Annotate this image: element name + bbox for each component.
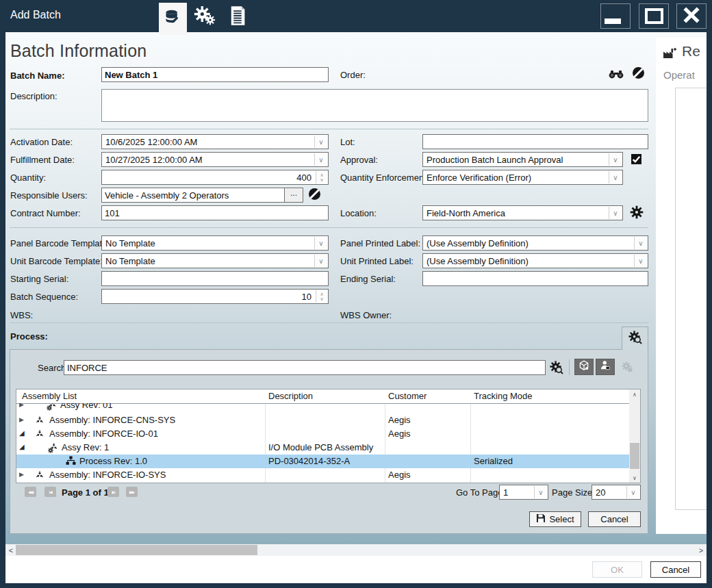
expander-collapsed-icon[interactable]: ▶ [19, 416, 24, 423]
scroll-left-icon[interactable]: < [5, 544, 16, 556]
document-tool-button[interactable] [225, 6, 250, 28]
chevron-down-icon[interactable]: ∨ [609, 153, 622, 166]
chevron-down-icon[interactable]: ∨ [634, 255, 647, 267]
person-icon [599, 359, 611, 374]
maximize-button[interactable] [639, 3, 669, 29]
fulfillment-date-value: 10/27/2025 12:00:00 AM [105, 155, 203, 165]
table-scrollbar[interactable]: ∧ ∨ [629, 389, 640, 483]
scrollbar-thumb[interactable] [16, 545, 257, 555]
unit-printed-label-combo[interactable]: (Use Assembly Definition) ∨ [422, 253, 648, 268]
contract-number-input[interactable] [101, 205, 329, 220]
column-tracking-mode[interactable]: Tracking Mode [474, 391, 533, 401]
document-list-icon [229, 5, 246, 29]
search-input[interactable] [64, 360, 546, 375]
lot-input[interactable] [422, 134, 648, 149]
expander-expanded-icon[interactable]: ◢ [19, 429, 25, 437]
minimize-button[interactable] [600, 3, 631, 29]
expander-expanded-icon[interactable]: ◢ [19, 443, 25, 450]
clear-responsible-users-icon[interactable] [309, 188, 320, 203]
page-size-combo[interactable]: 20 ∨ [592, 485, 641, 500]
column-description[interactable]: Description [268, 391, 313, 401]
quantity-enforcement-label: Quantity Enforcement: [340, 172, 429, 183]
expander-collapsed-icon[interactable]: ▶ [19, 403, 24, 408]
chevron-down-icon[interactable]: ∨ [314, 255, 327, 267]
go-to-page-label: Go To Page [456, 487, 503, 498]
table-row-selected[interactable]: Process Rev: 1.0 PD-03042014-352-A Seria… [16, 455, 629, 468]
location-settings-gear-icon[interactable] [630, 205, 644, 222]
clear-order-icon[interactable] [633, 67, 644, 81]
quantity-enforcement-combo[interactable]: Enforce Verification (Error) ∨ [422, 170, 623, 185]
responsible-users-field[interactable]: Vehicle - Assembly 2 Operators [101, 188, 285, 203]
approval-value: Production Batch Launch Approval [427, 155, 563, 165]
panel-printed-label-combo[interactable]: (Use Assembly Definition) ∨ [422, 235, 648, 251]
gear-search-icon[interactable] [549, 360, 563, 377]
table-row[interactable]: ▶ Assembly: INFORCE-CNS-SYS Aegis [16, 413, 629, 427]
chevron-down-icon[interactable]: ∨ [534, 486, 547, 498]
quantity-stepper[interactable]: 400 ∧∨ [101, 170, 329, 185]
responsible-users-browse-button[interactable]: ... [284, 188, 303, 203]
activation-date-combo[interactable]: 10/6/2025 12:00:00 AM ∨ [101, 134, 329, 149]
location-combo[interactable]: Field-North America ∨ [422, 205, 623, 220]
settings-tool-button[interactable] [192, 6, 217, 28]
spinner-arrows-icon[interactable]: ∧∨ [316, 290, 327, 303]
ending-serial-input[interactable] [422, 271, 648, 286]
batch-name-input[interactable] [101, 67, 329, 82]
ok-button[interactable]: OK [592, 561, 642, 578]
scroll-right-icon[interactable]: > [696, 544, 707, 556]
page-size-label: Page Size [552, 487, 592, 498]
batch-data-tool-button[interactable] [159, 3, 187, 35]
starting-serial-label: Starting Serial: [10, 274, 68, 284]
scroll-up-icon[interactable]: ∧ [629, 389, 640, 399]
scroll-down-icon[interactable]: ∨ [629, 473, 640, 483]
table-row[interactable]: ◢ Assembly: INFORCE-IO-01 Aegis [16, 427, 629, 441]
titlebar: Add Batch [0, 0, 712, 32]
minimize-icon [605, 18, 621, 24]
chevron-down-icon[interactable]: ∨ [314, 136, 327, 148]
process-cancel-button[interactable]: Cancel [588, 511, 641, 527]
first-page-button[interactable]: ◀◀ [25, 487, 36, 497]
last-page-button[interactable]: ▶▶ [126, 487, 138, 497]
location-label: Location: [340, 208, 377, 218]
filter-assemblies-button[interactable] [574, 359, 594, 375]
chevron-down-icon[interactable]: ∨ [609, 171, 622, 183]
filter-operators-button[interactable] [596, 359, 615, 375]
select-button[interactable]: Select [529, 511, 581, 527]
table-row[interactable]: ▶ Assembly: INFORCE-IO-SYS Aegis [16, 468, 629, 482]
starting-serial-input[interactable] [101, 271, 329, 286]
table-row[interactable]: ▶ Assy Rev: 01 [16, 403, 629, 413]
panel-barcode-template-combo[interactable]: No Template ∨ [101, 235, 329, 251]
spinner-arrows-icon[interactable]: ∧∨ [316, 171, 327, 183]
page-title: Batch Information [10, 41, 147, 61]
quantity-label: Quantity: [10, 172, 46, 183]
next-page-button[interactable]: ▶| [107, 487, 119, 497]
close-button[interactable] [676, 3, 707, 29]
batch-sequence-value: 10 [302, 292, 312, 302]
chevron-down-icon[interactable]: ∨ [314, 237, 327, 249]
approval-check-icon[interactable] [631, 153, 642, 168]
chevron-down-icon[interactable]: ∨ [609, 207, 622, 219]
fulfillment-date-combo[interactable]: 10/27/2025 12:00:00 AM ∨ [101, 152, 329, 167]
column-assembly-list[interactable]: Assembly List [22, 391, 77, 401]
scrollbar-thumb[interactable] [630, 443, 639, 469]
expander-collapsed-icon[interactable]: ▶ [19, 471, 24, 478]
description-input[interactable] [101, 89, 648, 122]
unit-barcode-template-combo[interactable]: No Template ∨ [101, 253, 329, 268]
approval-combo[interactable]: Production Batch Launch Approval ∨ [422, 152, 623, 167]
cancel-button[interactable]: Cancel [650, 561, 701, 578]
batch-sequence-stepper[interactable]: 10 ∧∨ [101, 289, 329, 304]
quantity-value: 400 [296, 172, 312, 183]
table-row[interactable]: ◢ Assy Rev: 1 I/O Module PCB Assembly [16, 441, 629, 455]
previous-page-button[interactable]: |◀ [44, 487, 56, 497]
panel-barcode-template-value: No Template [105, 238, 155, 248]
chevron-down-icon[interactable]: ∨ [314, 153, 327, 166]
operator-list[interactable] [675, 88, 707, 510]
process-settings-tab[interactable] [622, 327, 648, 350]
chevron-down-icon[interactable]: ∨ [634, 237, 647, 249]
binoculars-icon[interactable] [608, 69, 624, 81]
chevron-down-icon[interactable]: ∨ [626, 486, 639, 498]
horizontal-scrollbar[interactable]: < > [5, 544, 707, 556]
contract-number-label: Contract Number: [10, 208, 81, 218]
go-to-page-combo[interactable]: 1 ∨ [499, 485, 548, 500]
column-customer[interactable]: Customer [388, 391, 427, 401]
maximize-icon [645, 8, 663, 24]
